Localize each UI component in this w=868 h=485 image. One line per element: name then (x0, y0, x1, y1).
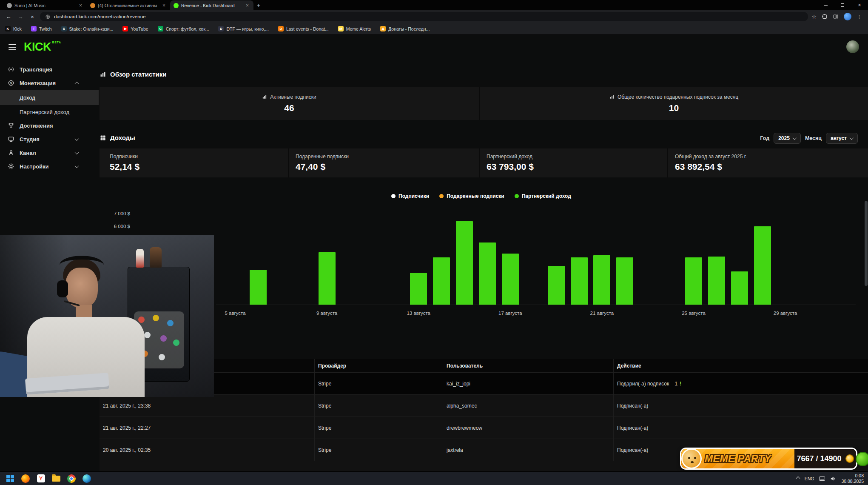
sidebar-item-label: Канал (20, 150, 36, 156)
cell-action: Подписан(-а) (613, 417, 868, 439)
tab-close-button[interactable]: × (245, 3, 250, 9)
cell-user: jaxtrela (443, 439, 613, 461)
touch-keyboard-icon[interactable] (819, 476, 825, 481)
user-avatar[interactable] (846, 40, 859, 53)
coin-icon (845, 454, 854, 463)
tab-close-button[interactable]: × (78, 3, 83, 9)
minimize-icon (824, 5, 828, 6)
revenue-filters: Год 2025 Месяц август (760, 133, 858, 144)
taskbar-yandex[interactable]: Y (35, 473, 47, 484)
chevron-down-icon (75, 137, 79, 141)
site-info-icon[interactable] (45, 14, 51, 20)
stop-button[interactable]: × (28, 14, 37, 20)
legend-item-subscribers: Подписчики (391, 193, 429, 199)
tray-chevron-icon[interactable] (796, 476, 800, 481)
studio-icon (8, 136, 14, 143)
month-select[interactable]: август (826, 133, 858, 144)
revenue-card-subscribers: Подписчики 52,14 $ (100, 148, 288, 177)
hamburger-menu-icon[interactable] (9, 44, 16, 50)
bookmark-label: Спорт: футбол, хок... (166, 26, 209, 31)
revenue-value: 63 892,54 $ (675, 162, 868, 172)
svg-text:$: $ (10, 81, 12, 85)
stats-icon (100, 71, 106, 78)
sidebar-item-achievements[interactable]: Достижения (0, 119, 99, 132)
sidebar-item-studio[interactable]: Студия (0, 132, 99, 146)
chevron-down-icon (75, 164, 79, 168)
new-tab-button[interactable]: + (257, 2, 260, 9)
bookmark-youtube[interactable]: ▶YouTube (122, 26, 148, 31)
screen: Suno | AI Music × (4) Отслеживаемые акти… (0, 0, 868, 485)
kick-topbar: KICKBETA (0, 35, 868, 59)
browser-tab-suno[interactable]: Suno | AI Music × (3, 0, 87, 10)
taskbar-chrome[interactable] (65, 473, 77, 484)
speaker-icon[interactable] (830, 476, 836, 482)
split-screen-icon[interactable] (833, 14, 839, 20)
sidebar-item-partner-income[interactable]: Партнерский доход (0, 105, 99, 119)
taskbar-edge[interactable] (81, 473, 93, 484)
forward-button[interactable]: → (16, 14, 25, 20)
bookmark-label: Kick (13, 26, 22, 31)
sidebar-item-label: Монетизация (20, 80, 56, 86)
page-scrollbar-thumb[interactable] (865, 201, 868, 286)
sidebar-item-channel[interactable]: Канал (0, 146, 99, 160)
taskbar-explorer[interactable] (50, 473, 62, 484)
tab-favicon-followed (90, 3, 95, 8)
sidebar-item-broadcast[interactable]: Трансляция (0, 63, 99, 76)
x-tick-label: 17 августа (485, 311, 536, 316)
sidebar-item-label: Настройки (20, 163, 49, 170)
url-field[interactable]: dashboard.kick.com/monetization/revenue (40, 12, 808, 21)
window-minimize-button[interactable] (817, 0, 834, 10)
taskbar-firefox[interactable] (20, 473, 31, 484)
bookmark-kick[interactable]: KKick (5, 26, 22, 31)
cell-action: Подарил(-а) подписок – 1! (613, 373, 868, 394)
sidebar-item-label: Достижения (20, 123, 53, 129)
x-tick-label: 25 августа (668, 311, 719, 316)
sidebar-item-income[interactable]: Доход (0, 90, 99, 105)
x-tick-label: 5 августа (210, 311, 261, 316)
browser-tab-kick-dashboard[interactable]: Revenue - Kick Dashboard × (170, 0, 253, 10)
taskbar-clock[interactable]: 0:08 30.08.2025 (841, 473, 864, 484)
bookmark-label: Meme Alerts (346, 26, 371, 31)
bookmark-dtf[interactable]: DDTF — игры, кино,... (218, 26, 268, 31)
tab-close-button[interactable]: × (161, 3, 167, 9)
start-button[interactable] (4, 473, 16, 484)
window-maximize-button[interactable] (834, 0, 851, 10)
back-button[interactable]: ← (4, 14, 13, 20)
windows-taskbar: Y ENG 0:08 30.08.2025 (0, 471, 868, 485)
month-value: август (831, 135, 847, 141)
sidebar-item-settings[interactable]: Настройки (0, 160, 99, 173)
window-close-button[interactable]: × (851, 0, 868, 10)
kick-logo[interactable]: KICKBETA (24, 41, 51, 53)
table-row: 21 авг. 2025 г., 23:38 Stripe alpha_some… (100, 394, 868, 417)
browser-menu-icon[interactable]: ⋮ (857, 14, 862, 20)
mini-chart-icon (262, 94, 267, 100)
chevron-down-icon (792, 136, 797, 140)
revenue-value: 63 793,00 $ (487, 162, 667, 172)
chart-bar (479, 242, 496, 305)
bookmark-stake[interactable]: SStake: Онлайн-кази... (61, 26, 114, 31)
bookmark-twitch[interactable]: TTwitch (31, 26, 52, 31)
stat-value: 10 (669, 103, 679, 113)
sidebar-item-label: Партнерский доход (20, 109, 69, 115)
bookmark-last-events[interactable]: DLast events - Donat... (278, 26, 329, 31)
bookmark-meme-alerts[interactable]: MMeme Alerts (338, 26, 371, 31)
year-select[interactable]: 2025 (774, 133, 801, 144)
y-tick-label: 7 000 $ (102, 211, 130, 216)
folder-icon (52, 476, 60, 482)
revenue-cards: Подписчики 52,14 $ Подаренные подписки 4… (100, 148, 868, 177)
stat-value: 46 (284, 103, 294, 113)
revenue-card-partner: Партнерский доход 63 793,00 $ (479, 148, 667, 177)
bookmark-label: Stake: Онлайн-кази... (69, 26, 114, 31)
favicon-sport: С (158, 26, 163, 31)
browser-tab-followed[interactable]: (4) Отслеживаемые активны × (87, 0, 170, 10)
sidebar-item-monetization[interactable]: $ Монетизация (0, 76, 99, 90)
bookmark-donations[interactable]: ДДонаты - Последн... (380, 26, 430, 31)
bookmark-sport[interactable]: ССпорт: футбол, хок... (158, 26, 209, 31)
browser-profile-avatar[interactable] (844, 13, 851, 20)
sidebar-item-label: Доход (20, 94, 35, 101)
revenue-card-gifted: Подаренные подписки 47,40 $ (288, 148, 479, 177)
bookmark-star-icon[interactable]: ☆ (811, 14, 817, 20)
chart-bar (410, 273, 427, 305)
language-indicator[interactable]: ENG (805, 476, 814, 481)
extensions-icon[interactable] (822, 14, 828, 20)
